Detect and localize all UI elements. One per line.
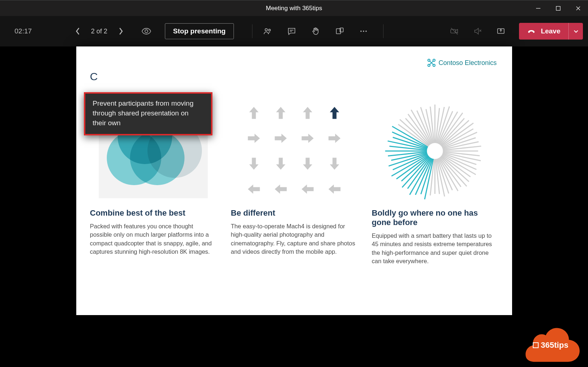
meeting-toolbar: 02:17 2 of 2 Stop presenting xyxy=(0,16,588,46)
svg-point-6 xyxy=(360,30,362,32)
camera-off-icon[interactable] xyxy=(449,26,459,36)
separator xyxy=(383,24,384,38)
toolbar-icons xyxy=(263,26,369,36)
arrow-up-icon xyxy=(244,103,264,123)
svg-point-1 xyxy=(145,30,148,33)
arrow-down-icon xyxy=(271,154,291,174)
prev-slide-button[interactable] xyxy=(74,27,82,35)
brand-text: Contoso Electronics xyxy=(438,59,496,67)
arrow-up-icon xyxy=(271,103,291,123)
private-view-button[interactable] xyxy=(142,28,151,35)
arrow-up-icon xyxy=(297,103,318,123)
separator xyxy=(252,24,252,38)
arrow-down-icon xyxy=(297,154,318,174)
brand-icon xyxy=(427,59,435,67)
minimize-button[interactable] xyxy=(528,0,548,16)
column-1-body: Packed with features you once thought po… xyxy=(90,222,216,256)
column-3-heading: Boldly go where no one has gone before xyxy=(372,208,498,227)
leave-label: Leave xyxy=(541,27,560,35)
arrow-left-icon xyxy=(297,179,318,199)
slide: Contoso Electronics C Combine best of th… xyxy=(76,46,512,315)
close-button[interactable] xyxy=(568,0,588,16)
arrow-left-icon xyxy=(244,179,264,199)
leave-group: Leave xyxy=(519,23,583,40)
office-icon xyxy=(533,342,539,348)
arrow-up-icon xyxy=(324,103,345,123)
svg-point-8 xyxy=(365,30,367,32)
window-title: Meeting with 365tips xyxy=(266,5,322,12)
watermark-365tips: 365tips xyxy=(521,325,580,362)
arrow-down-icon xyxy=(244,154,264,174)
toolbar-right: Leave xyxy=(449,23,583,40)
slide-count: 2 of 2 xyxy=(91,28,108,35)
arrow-grid-graphic xyxy=(231,100,357,202)
arrow-right-icon xyxy=(324,128,345,148)
share-icon[interactable] xyxy=(496,26,506,36)
rooms-icon[interactable] xyxy=(334,26,345,36)
meeting-timer: 02:17 xyxy=(15,27,32,35)
maximize-button[interactable] xyxy=(548,0,568,16)
arrow-right-icon xyxy=(297,128,318,148)
raise-hand-icon[interactable] xyxy=(311,26,321,36)
leave-menu-button[interactable] xyxy=(568,23,583,40)
column-2-body: The easy-to-operate Mach4 is designed fo… xyxy=(231,222,357,256)
column-1-heading: Combine best of the best xyxy=(90,208,216,218)
private-view-tooltip: Prevent participants from moving through… xyxy=(84,92,212,135)
slide-title: C xyxy=(90,70,498,83)
watermark-text: 365tips xyxy=(541,341,568,350)
title-bar: Meeting with 365tips xyxy=(0,0,588,16)
column-3-body: Equipped with a smart battery that lasts… xyxy=(372,232,498,266)
stop-presenting-button[interactable]: Stop presenting xyxy=(165,23,234,39)
svg-point-7 xyxy=(363,30,364,32)
next-slide-button[interactable] xyxy=(117,27,125,35)
svg-rect-0 xyxy=(556,7,560,11)
arrow-right-icon xyxy=(271,128,291,148)
chat-icon[interactable] xyxy=(287,26,297,36)
arrow-left-icon xyxy=(271,179,291,199)
mute-icon[interactable] xyxy=(473,26,483,36)
svg-point-3 xyxy=(269,29,271,31)
column-2-heading: Be different xyxy=(231,208,357,218)
window-controls xyxy=(528,0,588,16)
more-actions-icon[interactable] xyxy=(358,26,369,36)
slide-nav: 2 of 2 xyxy=(74,27,125,35)
presentation-stage: Contoso Electronics C Combine best of th… xyxy=(0,46,588,367)
arrow-left-icon xyxy=(324,179,345,199)
sunburst-graphic xyxy=(372,100,498,202)
participants-icon[interactable] xyxy=(263,26,273,36)
column-2: Be different The easy-to-operate Mach4 i… xyxy=(231,100,357,266)
column-3: Boldly go where no one has gone before E… xyxy=(372,100,498,266)
svg-point-2 xyxy=(265,29,267,31)
leave-button[interactable]: Leave xyxy=(519,23,568,40)
arrow-down-icon xyxy=(324,154,345,174)
arrow-right-icon xyxy=(244,128,264,148)
brand-logo: Contoso Electronics xyxy=(427,59,496,67)
